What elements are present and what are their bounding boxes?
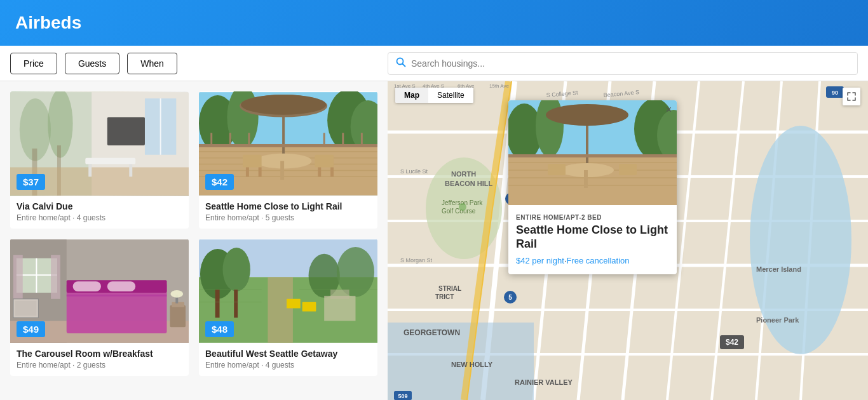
map-price-marker[interactable]: $42 [720, 335, 744, 349]
svg-rect-143 [508, 154, 677, 157]
listing-image-wrap: $37 [10, 91, 189, 196]
svg-text:S Morgan St: S Morgan St [400, 257, 433, 263]
toolbar: Price Guests When [0, 46, 868, 81]
svg-line-1 [403, 63, 405, 66]
svg-rect-50 [51, 255, 60, 299]
map-popup-price-text: $42 per night [516, 256, 564, 265]
fullscreen-icon [847, 92, 856, 101]
map-popup-title: Seattle Home Close to Light Rail [516, 223, 669, 251]
svg-rect-75 [330, 290, 349, 299]
svg-point-67 [222, 248, 250, 291]
listing-info: The Carousel Room w/Breakfast Entire hom… [10, 343, 189, 376]
price-filter-button[interactable]: Price [10, 53, 57, 74]
svg-point-117 [459, 203, 466, 211]
svg-text:STRIAL: STRIAL [438, 285, 461, 292]
svg-rect-72 [287, 299, 301, 309]
when-filter-button[interactable]: When [127, 53, 177, 74]
svg-rect-30 [280, 161, 284, 180]
listing-sub: Entire home/apt · 4 guests [17, 213, 182, 222]
svg-rect-33 [259, 167, 262, 177]
listing-info: Via Calvi Due Entire home/apt · 4 guests [10, 196, 189, 229]
svg-point-60 [170, 290, 183, 298]
search-icon [396, 57, 406, 70]
svg-text:15th Ave: 15th Ave [489, 83, 510, 89]
svg-rect-65 [268, 277, 292, 343]
map-popup-cancellation: Free cancellation [567, 256, 630, 265]
svg-point-28 [241, 95, 326, 115]
listing-card[interactable]: $42 Seattle Home Close to Light Rail Ent… [199, 91, 377, 229]
listing-image-wrap: $49 [10, 239, 189, 343]
svg-rect-69 [234, 290, 238, 317]
listing-price-badge: $49 [17, 321, 45, 337]
svg-rect-35 [318, 167, 321, 177]
tab-map[interactable]: Map [395, 88, 428, 103]
fullscreen-button[interactable] [843, 88, 860, 105]
map-popup: × ENTIRE HO [508, 100, 677, 274]
svg-rect-31 [243, 155, 262, 168]
svg-rect-56 [67, 295, 167, 297]
map-popup-close-button[interactable]: × [666, 104, 672, 116]
svg-text:GEORGETOWN: GEORGETOWN [403, 328, 460, 337]
svg-point-138 [546, 104, 628, 126]
main-content: $37 Via Calvi Due Entire home/apt · 4 gu… [0, 81, 868, 400]
svg-rect-68 [215, 290, 220, 317]
map-popup-body: ENTIRE HOME/APT-2 BED Seattle Home Close… [508, 208, 677, 274]
svg-text:Mercer Island: Mercer Island [756, 265, 801, 273]
map-popup-type: ENTIRE HOME/APT-2 BED [516, 214, 669, 221]
svg-rect-37 [199, 144, 377, 147]
svg-rect-10 [88, 164, 92, 177]
listing-card[interactable]: $37 Via Calvi Due Entire home/apt · 4 gu… [10, 91, 189, 229]
listing-sub: Entire home/apt · 5 guests [205, 213, 371, 222]
svg-text:S Lucile St: S Lucile St [400, 168, 428, 175]
listing-price-badge: $42 [205, 174, 234, 190]
svg-text:90: 90 [832, 90, 838, 96]
listing-card[interactable]: $48 Beautiful West Seattle Getaway Entir… [199, 239, 377, 376]
svg-rect-74 [324, 296, 355, 321]
svg-rect-73 [302, 302, 316, 312]
listing-price-badge: $37 [17, 174, 45, 190]
svg-text:RAINIER VALLEY: RAINIER VALLEY [515, 378, 573, 386]
listing-image-wrap: $48 [199, 239, 377, 343]
svg-rect-142 [619, 164, 637, 175]
map-panel: S College St Beacon Ave S S Lucile St S … [388, 81, 868, 400]
listing-image-wrap: $42 [199, 91, 377, 196]
svg-text:NORTH: NORTH [451, 170, 476, 178]
svg-rect-141 [548, 164, 566, 175]
svg-rect-32 [246, 167, 249, 177]
svg-rect-34 [315, 155, 334, 168]
listing-name: The Carousel Room w/Breakfast [17, 349, 182, 359]
svg-rect-12 [107, 117, 145, 145]
search-bar [388, 52, 858, 75]
tab-satellite[interactable]: Satellite [428, 88, 473, 103]
svg-rect-36 [330, 167, 334, 177]
search-input[interactable] [411, 58, 850, 69]
svg-rect-57 [170, 305, 186, 328]
svg-rect-140 [584, 170, 588, 188]
svg-text:TRICT: TRICT [435, 293, 454, 300]
listing-price-badge: $48 [205, 321, 234, 337]
svg-rect-9 [85, 158, 135, 164]
listing-name: Seattle Home Close to Light Rail [205, 201, 371, 211]
listing-sub: Entire home/apt · 2 guests [17, 361, 182, 370]
svg-text:509: 509 [398, 393, 407, 399]
svg-text:Golf Course: Golf Course [442, 208, 476, 215]
map-popup-image [508, 100, 677, 205]
app-title: Airbeds [15, 13, 81, 33]
header: Airbeds [0, 0, 868, 46]
svg-text:BEACON HILL: BEACON HILL [445, 180, 492, 187]
svg-text:NEW HOLLY: NEW HOLLY [451, 361, 493, 368]
svg-rect-54 [73, 281, 101, 291]
svg-rect-62 [15, 301, 37, 316]
svg-rect-49 [13, 255, 23, 299]
listing-name: Beautiful West Seattle Getaway [205, 349, 371, 359]
listing-info: Beautiful West Seattle Getaway Entire ho… [199, 343, 377, 376]
listing-grid: $37 Via Calvi Due Entire home/apt · 4 gu… [10, 91, 377, 376]
map-popup-price: $42 per night·Free cancellation [516, 256, 669, 265]
listing-info: Seattle Home Close to Light Rail Entire … [199, 196, 377, 229]
guests-filter-button[interactable]: Guests [65, 53, 119, 74]
listings-panel: $37 Via Calvi Due Entire home/apt · 4 gu… [0, 81, 388, 400]
listing-sub: Entire home/apt · 4 guests [205, 361, 371, 370]
listing-card[interactable]: $49 The Carousel Room w/Breakfast Entire… [10, 239, 189, 376]
svg-rect-55 [107, 281, 135, 291]
svg-text:5: 5 [508, 294, 512, 301]
